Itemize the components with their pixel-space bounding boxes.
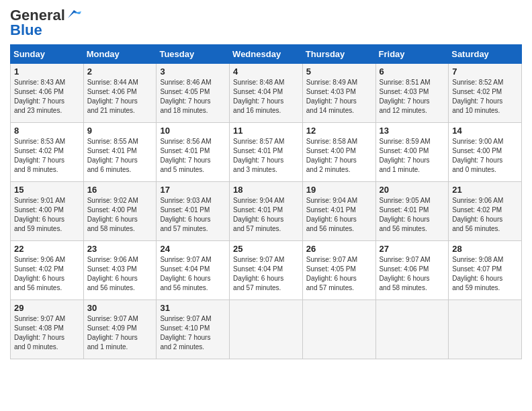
calendar-cell: 7Sunrise: 8:52 AMSunset: 4:02 PMDaylight… bbox=[449, 64, 522, 123]
day-number: 17 bbox=[160, 185, 226, 195]
day-info: Sunrise: 9:02 AMSunset: 4:00 PMDaylight:… bbox=[87, 196, 153, 234]
day-info: Sunrise: 8:52 AMSunset: 4:02 PMDaylight:… bbox=[452, 78, 518, 116]
calendar-cell: 26Sunrise: 9:07 AMSunset: 4:05 PMDayligh… bbox=[302, 241, 375, 300]
day-number: 24 bbox=[160, 244, 226, 254]
day-info: Sunrise: 9:03 AMSunset: 4:01 PMDaylight:… bbox=[160, 196, 226, 234]
day-info: Sunrise: 8:49 AMSunset: 4:03 PMDaylight:… bbox=[306, 78, 372, 116]
svg-marker-0 bbox=[68, 10, 80, 18]
calendar-cell: 22Sunrise: 9:06 AMSunset: 4:02 PMDayligh… bbox=[11, 241, 84, 300]
weekday-header-tuesday: Tuesday bbox=[157, 45, 230, 64]
day-number: 10 bbox=[160, 126, 226, 136]
day-number: 22 bbox=[14, 244, 80, 254]
calendar-cell: 15Sunrise: 9:01 AMSunset: 4:00 PMDayligh… bbox=[11, 182, 84, 241]
day-number: 5 bbox=[306, 66, 372, 77]
day-number: 13 bbox=[380, 126, 445, 136]
day-info: Sunrise: 9:06 AMSunset: 4:03 PMDaylight:… bbox=[87, 255, 153, 293]
calendar-cell: 13Sunrise: 8:59 AMSunset: 4:00 PMDayligh… bbox=[375, 123, 449, 182]
calendar-cell: 18Sunrise: 9:04 AMSunset: 4:01 PMDayligh… bbox=[230, 182, 303, 241]
calendar-cell: 2Sunrise: 8:44 AMSunset: 4:06 PMDaylight… bbox=[83, 64, 157, 123]
day-info: Sunrise: 9:00 AMSunset: 4:00 PMDaylight:… bbox=[452, 137, 518, 175]
header: General Blue bbox=[10, 7, 522, 39]
day-number: 9 bbox=[87, 126, 153, 136]
weekday-header-sunday: Sunday bbox=[11, 45, 84, 64]
day-number: 27 bbox=[380, 244, 445, 254]
calendar-cell bbox=[449, 300, 522, 359]
day-info: Sunrise: 9:07 AMSunset: 4:09 PMDaylight:… bbox=[87, 314, 153, 352]
day-info: Sunrise: 8:43 AMSunset: 4:06 PMDaylight:… bbox=[14, 78, 80, 116]
calendar-cell bbox=[230, 300, 303, 359]
day-info: Sunrise: 9:07 AMSunset: 4:08 PMDaylight:… bbox=[14, 314, 80, 352]
calendar-cell: 30Sunrise: 9:07 AMSunset: 4:09 PMDayligh… bbox=[83, 300, 157, 359]
day-info: Sunrise: 9:07 AMSunset: 4:10 PMDaylight:… bbox=[160, 314, 226, 352]
calendar-cell: 24Sunrise: 9:07 AMSunset: 4:04 PMDayligh… bbox=[157, 241, 230, 300]
weekday-header-friday: Friday bbox=[375, 45, 449, 64]
calendar-cell: 19Sunrise: 9:04 AMSunset: 4:01 PMDayligh… bbox=[302, 182, 375, 241]
day-number: 7 bbox=[452, 66, 518, 77]
calendar-header-row: SundayMondayTuesdayWednesdayThursdayFrid… bbox=[11, 45, 522, 64]
day-number: 28 bbox=[452, 244, 518, 254]
day-info: Sunrise: 9:05 AMSunset: 4:01 PMDaylight:… bbox=[380, 196, 445, 234]
day-info: Sunrise: 8:56 AMSunset: 4:01 PMDaylight:… bbox=[160, 137, 226, 175]
calendar-cell bbox=[302, 300, 375, 359]
calendar-week-3: 15Sunrise: 9:01 AMSunset: 4:00 PMDayligh… bbox=[11, 182, 522, 241]
calendar-cell: 8Sunrise: 8:53 AMSunset: 4:02 PMDaylight… bbox=[11, 123, 84, 182]
day-info: Sunrise: 8:46 AMSunset: 4:05 PMDaylight:… bbox=[160, 78, 226, 116]
day-number: 6 bbox=[380, 66, 445, 77]
day-info: Sunrise: 9:08 AMSunset: 4:07 PMDaylight:… bbox=[452, 255, 518, 293]
day-info: Sunrise: 9:06 AMSunset: 4:02 PMDaylight:… bbox=[452, 196, 518, 234]
day-info: Sunrise: 8:55 AMSunset: 4:01 PMDaylight:… bbox=[87, 137, 153, 175]
calendar-week-4: 22Sunrise: 9:06 AMSunset: 4:02 PMDayligh… bbox=[11, 241, 522, 300]
day-info: Sunrise: 8:48 AMSunset: 4:04 PMDaylight:… bbox=[233, 78, 299, 116]
logo-blue-text: Blue bbox=[10, 21, 42, 39]
day-info: Sunrise: 8:51 AMSunset: 4:03 PMDaylight:… bbox=[380, 78, 445, 116]
calendar-week-1: 1Sunrise: 8:43 AMSunset: 4:06 PMDaylight… bbox=[11, 64, 522, 123]
calendar-cell: 20Sunrise: 9:05 AMSunset: 4:01 PMDayligh… bbox=[375, 182, 449, 241]
calendar-cell: 16Sunrise: 9:02 AMSunset: 4:00 PMDayligh… bbox=[83, 182, 157, 241]
calendar-cell: 12Sunrise: 8:58 AMSunset: 4:00 PMDayligh… bbox=[302, 123, 375, 182]
day-info: Sunrise: 9:07 AMSunset: 4:06 PMDaylight:… bbox=[380, 255, 445, 293]
logo-bird-icon bbox=[66, 9, 81, 19]
day-number: 11 bbox=[233, 126, 299, 136]
calendar-cell: 31Sunrise: 9:07 AMSunset: 4:10 PMDayligh… bbox=[157, 300, 230, 359]
day-number: 23 bbox=[87, 244, 153, 254]
calendar-cell: 4Sunrise: 8:48 AMSunset: 4:04 PMDaylight… bbox=[230, 64, 303, 123]
day-info: Sunrise: 9:04 AMSunset: 4:01 PMDaylight:… bbox=[306, 196, 372, 234]
day-info: Sunrise: 8:53 AMSunset: 4:02 PMDaylight:… bbox=[14, 137, 80, 175]
day-number: 25 bbox=[233, 244, 299, 254]
calendar-cell: 23Sunrise: 9:06 AMSunset: 4:03 PMDayligh… bbox=[83, 241, 157, 300]
calendar-cell: 17Sunrise: 9:03 AMSunset: 4:01 PMDayligh… bbox=[157, 182, 230, 241]
day-number: 26 bbox=[306, 244, 372, 254]
day-number: 3 bbox=[160, 66, 226, 77]
calendar-cell: 28Sunrise: 9:08 AMSunset: 4:07 PMDayligh… bbox=[449, 241, 522, 300]
calendar-cell: 29Sunrise: 9:07 AMSunset: 4:08 PMDayligh… bbox=[11, 300, 84, 359]
calendar-cell: 5Sunrise: 8:49 AMSunset: 4:03 PMDaylight… bbox=[302, 64, 375, 123]
day-number: 16 bbox=[87, 185, 153, 195]
day-info: Sunrise: 9:07 AMSunset: 4:04 PMDaylight:… bbox=[160, 255, 226, 293]
day-number: 4 bbox=[233, 66, 299, 77]
day-number: 15 bbox=[14, 185, 80, 195]
day-info: Sunrise: 8:58 AMSunset: 4:00 PMDaylight:… bbox=[306, 137, 372, 175]
weekday-header-thursday: Thursday bbox=[302, 45, 375, 64]
day-number: 8 bbox=[14, 126, 80, 136]
weekday-header-wednesday: Wednesday bbox=[230, 45, 303, 64]
day-number: 30 bbox=[87, 303, 153, 313]
day-number: 21 bbox=[452, 185, 518, 195]
day-number: 29 bbox=[14, 303, 80, 313]
day-number: 18 bbox=[233, 185, 299, 195]
calendar-week-2: 8Sunrise: 8:53 AMSunset: 4:02 PMDaylight… bbox=[11, 123, 522, 182]
calendar-cell: 3Sunrise: 8:46 AMSunset: 4:05 PMDaylight… bbox=[157, 64, 230, 123]
day-info: Sunrise: 9:04 AMSunset: 4:01 PMDaylight:… bbox=[233, 196, 299, 234]
calendar-cell: 25Sunrise: 9:07 AMSunset: 4:04 PMDayligh… bbox=[230, 241, 303, 300]
calendar-cell: 21Sunrise: 9:06 AMSunset: 4:02 PMDayligh… bbox=[449, 182, 522, 241]
calendar-cell bbox=[375, 300, 449, 359]
day-number: 2 bbox=[87, 66, 153, 77]
calendar-cell: 11Sunrise: 8:57 AMSunset: 4:01 PMDayligh… bbox=[230, 123, 303, 182]
calendar-week-5: 29Sunrise: 9:07 AMSunset: 4:08 PMDayligh… bbox=[11, 300, 522, 359]
day-number: 31 bbox=[160, 303, 226, 313]
logo: General Blue bbox=[10, 7, 81, 39]
calendar-cell: 10Sunrise: 8:56 AMSunset: 4:01 PMDayligh… bbox=[157, 123, 230, 182]
day-number: 12 bbox=[306, 126, 372, 136]
day-info: Sunrise: 8:57 AMSunset: 4:01 PMDaylight:… bbox=[233, 137, 299, 175]
calendar-cell: 6Sunrise: 8:51 AMSunset: 4:03 PMDaylight… bbox=[375, 64, 449, 123]
day-info: Sunrise: 9:07 AMSunset: 4:05 PMDaylight:… bbox=[306, 255, 372, 293]
